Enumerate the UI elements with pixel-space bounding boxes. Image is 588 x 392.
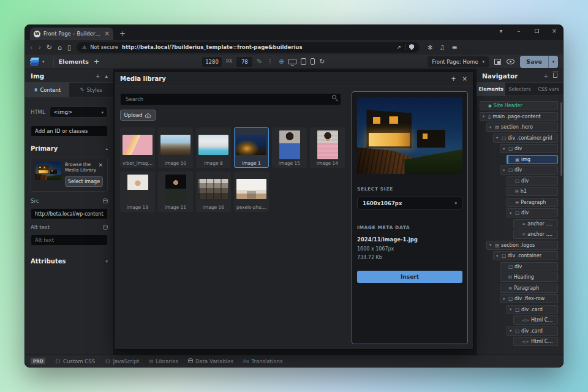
- src-input[interactable]: [31, 208, 108, 219]
- expand-caret-icon[interactable]: ▾: [483, 114, 486, 119]
- tab-close-icon[interactable]: ×: [105, 31, 110, 37]
- media-item[interactable]: viber_image_2...: [120, 127, 155, 168]
- upload-button[interactable]: Upload: [120, 110, 156, 121]
- tab-styles[interactable]: ✎ Styles: [69, 83, 113, 97]
- tab-content[interactable]: ≡ Content: [25, 83, 69, 97]
- tree-node[interactable]: ▾∞anchor .button.btn...: [513, 219, 558, 228]
- bottom-bar-item-data-variables[interactable]: Data Variables: [188, 358, 233, 364]
- expand-caret-icon[interactable]: ▾: [510, 307, 513, 312]
- clear-image-icon[interactable]: ×: [98, 162, 103, 168]
- bottom-bar-item-javascript[interactable]: {}JavaScript: [105, 358, 139, 364]
- builderius-logo[interactable]: [30, 58, 40, 66]
- move-panel-icon[interactable]: +: [96, 73, 100, 79]
- expand-caret-icon[interactable]: ▾: [503, 168, 507, 173]
- bottom-bar-item-custom-css[interactable]: {}Custom CSS: [55, 358, 95, 364]
- tree-node[interactable]: ▾∞anchor .button.btn...: [513, 230, 558, 239]
- media-search-input[interactable]: [120, 93, 341, 105]
- html-tag-select[interactable]: <img> ▴: [50, 107, 108, 118]
- tab-search-icon[interactable]: ▾: [497, 28, 505, 34]
- insert-button[interactable]: Insert: [357, 271, 462, 283]
- trash-icon[interactable]: [553, 73, 557, 79]
- tree-node[interactable]: ▾□div .flex-row: [500, 294, 558, 303]
- navigator-tab-css-vars[interactable]: CSS vars: [534, 83, 563, 96]
- dynamic-data-icon[interactable]: [103, 198, 108, 203]
- media-control-icon[interactable]: ♫: [439, 44, 445, 51]
- media-item[interactable]: pexels-photo-...: [234, 172, 269, 212]
- tree-node[interactable]: ▾□div .container.grid: [493, 134, 558, 143]
- modal-close-icon[interactable]: ×: [462, 75, 467, 82]
- fullscreen-icon[interactable]: [494, 59, 501, 65]
- dynamic-data-icon[interactable]: [103, 225, 108, 230]
- responsive-globe-icon[interactable]: ⊕: [279, 58, 284, 66]
- tree-node[interactable]: ▾▤section .hero: [486, 123, 558, 132]
- bookmark-icon[interactable]: ▯: [67, 44, 71, 51]
- template-selector[interactable]: Front Page: Home ▾: [428, 56, 489, 67]
- expand-caret-icon[interactable]: ▾: [503, 146, 507, 151]
- scrollbar[interactable]: [560, 102, 562, 176]
- home-icon[interactable]: ⌂: [58, 44, 62, 51]
- tree-node[interactable]: ▾□div: [500, 144, 558, 153]
- logo-menu-caret-icon[interactable]: ▾: [42, 59, 45, 64]
- tree-node[interactable]: ▾□div: [500, 165, 558, 175]
- tree-node[interactable]: ▾◆Site Header: [480, 101, 558, 110]
- expand-caret-icon[interactable]: ▾: [489, 125, 493, 130]
- tree-node[interactable]: ▾□div: [500, 262, 558, 271]
- browser-tab[interactable]: W Front Page – Builderius ×: [30, 28, 113, 40]
- reload-icon[interactable]: ↻: [47, 44, 52, 51]
- expand-caret-icon[interactable]: ▾: [510, 211, 513, 216]
- preview-eye-icon[interactable]: [507, 59, 514, 64]
- elements-menu[interactable]: Elements: [59, 58, 89, 65]
- media-item[interactable]: image 11: [158, 172, 193, 212]
- tree-node[interactable]: ▾□div .card: [507, 326, 558, 336]
- media-item[interactable]: image 15: [272, 127, 307, 168]
- media-item[interactable]: image 8: [196, 127, 231, 168]
- size-select[interactable]: 1600x1067px ▾: [357, 197, 462, 210]
- tree-node[interactable]: ▾▯main .page-content: [480, 112, 558, 121]
- minimize-button[interactable]: –: [515, 28, 522, 34]
- alt-text-input[interactable]: [31, 235, 108, 246]
- url-field[interactable]: ⚠ Not secure http://beta.local/?builderi…: [77, 42, 420, 53]
- refresh-canvas-icon[interactable]: ↻: [319, 58, 325, 66]
- shield-icon[interactable]: [409, 44, 414, 50]
- maximize-button[interactable]: [533, 28, 540, 34]
- tree-node[interactable]: ▾HHeading: [500, 273, 558, 282]
- back-icon[interactable]: ‹: [30, 44, 32, 51]
- tree-node[interactable]: ▾≡Paragraph: [500, 284, 558, 293]
- tree-node[interactable]: ▾□div: [507, 208, 558, 217]
- select-image-button[interactable]: Select image: [65, 176, 103, 187]
- tree-node[interactable]: ▾Hh1: [507, 187, 558, 196]
- expand-caret-icon[interactable]: ▾: [510, 328, 513, 333]
- save-options-caret-icon[interactable]: ▾: [548, 56, 558, 68]
- bottom-bar-item-translations[interactable]: AaTranslations: [243, 358, 282, 364]
- media-item[interactable]: image 14: [310, 127, 345, 168]
- viewport-width-input[interactable]: 1280: [202, 57, 222, 67]
- tree-node[interactable]: ▾▤section .logos: [486, 241, 558, 250]
- media-item[interactable]: image 10: [158, 127, 193, 168]
- chevron-up-icon[interactable]: ▴: [105, 146, 108, 151]
- navigator-tab-selectors[interactable]: Selectors: [505, 83, 534, 96]
- more-options-icon[interactable]: ⋮: [267, 58, 273, 65]
- tree-node[interactable]: ▾</>Html Code: [513, 315, 558, 325]
- tree-node[interactable]: ▾▣img: [507, 155, 558, 164]
- browser-menu-icon[interactable]: ≡: [451, 43, 457, 51]
- expand-caret-icon[interactable]: ▾: [503, 296, 507, 301]
- expand-caret-icon[interactable]: ▾: [489, 243, 493, 247]
- add-node-icon[interactable]: +: [543, 73, 548, 79]
- navigator-tab-elements[interactable]: Elements: [477, 83, 505, 96]
- tree-node[interactable]: ▾□div .card: [507, 305, 558, 314]
- media-item[interactable]: image 1: [234, 127, 269, 168]
- expand-caret-icon[interactable]: ▾: [496, 254, 500, 258]
- tree-node[interactable]: ▾≡Paragraph: [507, 198, 558, 207]
- id-classes-input[interactable]: [31, 126, 108, 137]
- zoom-input[interactable]: 78: [236, 57, 252, 67]
- desktop-view-icon[interactable]: [288, 59, 296, 64]
- extensions-icon[interactable]: ✻: [428, 44, 432, 51]
- dock-modal-icon[interactable]: +: [451, 75, 456, 82]
- tree-node[interactable]: ▾□div: [507, 176, 558, 186]
- tree-node[interactable]: ▾□div .container: [493, 251, 558, 260]
- collapse-panel-icon[interactable]: ▴: [105, 73, 108, 79]
- expand-caret-icon[interactable]: ▾: [496, 135, 500, 140]
- window-close-button[interactable]: ×: [551, 28, 558, 34]
- add-element-button[interactable]: +: [94, 58, 99, 66]
- media-item[interactable]: image 13: [120, 172, 155, 212]
